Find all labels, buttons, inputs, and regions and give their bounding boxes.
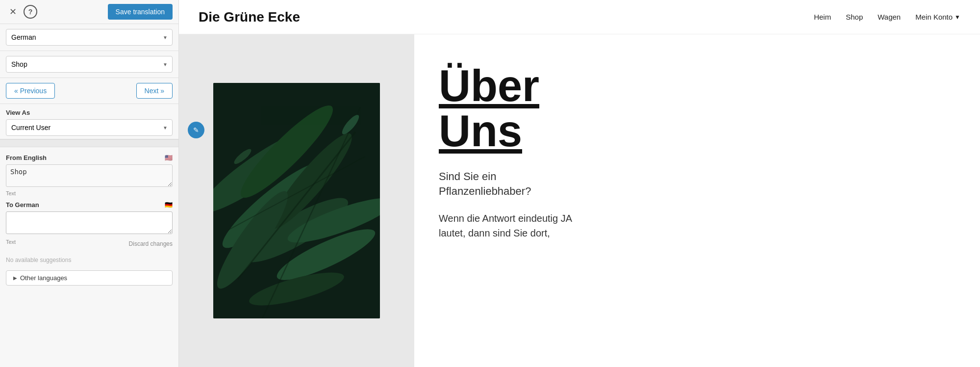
site-title: Die Grüne Ecke <box>199 9 814 25</box>
nav-item-heim[interactable]: Heim <box>814 13 831 21</box>
help-button[interactable]: ? <box>24 5 37 19</box>
chevron-down-icon: ▼ <box>955 14 960 21</box>
to-label: To German <box>6 201 39 209</box>
view-as-section: View As Current User <box>0 104 178 139</box>
no-suggestions: No available suggestions <box>0 253 178 266</box>
close-button[interactable]: ✕ <box>6 5 20 19</box>
edit-button[interactable]: ✎ <box>188 122 204 138</box>
hero-subtitle: Sind Sie ein Pflanzenliebhaber? <box>439 169 576 200</box>
site-body: ✎ <box>179 34 980 367</box>
target-textarea[interactable] <box>6 211 173 234</box>
from-flag: 🇺🇸 <box>165 154 173 161</box>
view-as-select[interactable]: Current User <box>6 119 173 136</box>
translation-section: From English 🇺🇸 Text To German 🇩🇪 Text D… <box>0 147 178 253</box>
target-type: Text <box>6 239 16 245</box>
divider <box>0 139 178 147</box>
left-panel: ✕ ? Save translation German Shop « Previ… <box>0 0 179 367</box>
main-content: Die Grüne Ecke Heim Shop Wagen Mein Kont… <box>179 0 980 367</box>
view-as-select-wrapper: Current User <box>6 119 173 136</box>
previous-button[interactable]: « Previous <box>6 83 55 99</box>
language-select[interactable]: German <box>6 29 173 46</box>
plant-image <box>213 83 380 318</box>
context-section: Shop <box>0 51 178 78</box>
to-label-row: To German 🇩🇪 <box>6 201 173 209</box>
other-languages-button[interactable]: Other languages <box>6 270 173 286</box>
site-nav: Heim Shop Wagen Mein Konto ▼ <box>814 13 960 21</box>
next-button[interactable]: Next » <box>136 83 173 99</box>
hero-body: Wenn die Antwort eindeutig JA lautet, da… <box>439 211 596 240</box>
heading-uns: Uns <box>439 108 955 155</box>
source-textarea[interactable] <box>6 164 173 187</box>
nav-buttons: « Previous Next » <box>0 78 178 104</box>
site-header: Die Grüne Ecke Heim Shop Wagen Mein Kont… <box>179 0 980 34</box>
view-as-label: View As <box>6 109 173 116</box>
save-translation-button[interactable]: Save translation <box>108 4 173 20</box>
nav-item-wagen[interactable]: Wagen <box>878 13 901 21</box>
bottom-row: Text Discard changes <box>6 237 173 250</box>
language-section: German <box>0 24 178 51</box>
to-flag: 🇩🇪 <box>165 201 173 209</box>
from-label-row: From English 🇺🇸 <box>6 154 173 161</box>
nav-item-mein-konto[interactable]: Mein Konto ▼ <box>915 13 960 21</box>
context-select[interactable]: Shop <box>6 56 173 73</box>
image-section: ✎ <box>179 34 414 367</box>
text-section: Über Uns Sind Sie ein Pflanzenliebhaber?… <box>414 34 980 367</box>
discard-changes-link[interactable]: Discard changes <box>129 240 173 247</box>
nav-item-shop[interactable]: Shop <box>846 13 863 21</box>
language-select-wrapper: German <box>6 29 173 46</box>
source-type: Text <box>6 190 173 196</box>
from-label: From English <box>6 154 47 161</box>
top-bar: ✕ ? Save translation <box>0 0 178 24</box>
heading-uber: Über <box>439 64 955 108</box>
context-select-wrapper: Shop <box>6 56 173 73</box>
